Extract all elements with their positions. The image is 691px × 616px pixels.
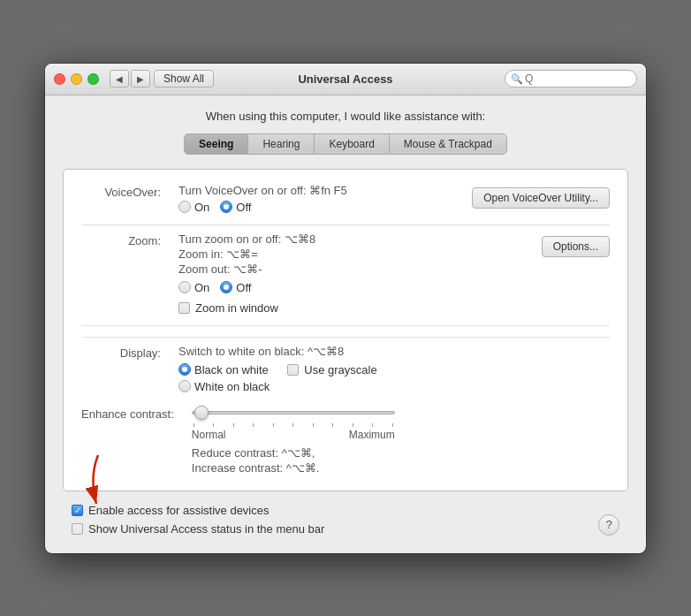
enhance-label: Enhance contrast: — [81, 406, 174, 421]
show-status-row: Show Universal Access status in the menu… — [72, 522, 619, 536]
content-area: When using this computer, I would like a… — [45, 95, 646, 553]
zoom-off-radio-inner — [224, 285, 229, 290]
slider-ticks — [192, 423, 395, 427]
tab-group: Seeing Hearing Keyboard Mouse & Trackpad — [184, 133, 507, 155]
tick-2 — [233, 423, 234, 427]
voiceover-on-radio[interactable] — [178, 201, 191, 213]
tick-5 — [292, 423, 293, 427]
tick-3 — [253, 423, 254, 427]
search-box[interactable]: 🔍 — [505, 70, 637, 87]
contrast-shortcuts: Reduce contrast: ^⌥⌘, Increase contrast:… — [192, 446, 610, 475]
enhance-section: Enhance contrast: — [81, 406, 610, 476]
show-status-checkbox[interactable] — [72, 523, 83, 535]
display-radio-white-on-black[interactable]: White on black — [178, 380, 270, 393]
tick-0 — [194, 423, 194, 427]
zoom-off-label: Off — [236, 281, 251, 294]
voiceover-utility-button[interactable]: Open VoiceOver Utility... — [472, 187, 610, 209]
zoom-off-radio[interactable] — [220, 281, 232, 293]
voiceover-section: VoiceOver: Turn VoiceOver on or off: ⌘fn… — [81, 184, 610, 214]
back-button[interactable]: ◀ — [110, 70, 129, 87]
nav-buttons: ◀ ▶ — [110, 70, 150, 87]
window-title: Universal Access — [298, 72, 392, 86]
tick-1 — [213, 423, 214, 427]
voiceover-radio-on[interactable]: On — [178, 201, 209, 214]
zoom-in-window-checkbox[interactable] — [178, 302, 190, 314]
enable-assistive-label: Enable access for assistive devices — [88, 504, 269, 517]
display-radio-black-on-white[interactable]: Black on white — [178, 363, 270, 376]
zoom-label: Zoom: — [81, 232, 161, 247]
display-section: Display: Switch to white on black: ^⌥⌘8 … — [81, 337, 610, 399]
contrast-slider-thumb[interactable] — [194, 406, 209, 420]
tick-9 — [372, 423, 373, 427]
white-on-black-radio[interactable] — [178, 380, 191, 392]
voiceover-off-radio-inner — [224, 204, 229, 209]
slider-labels: Normal Maximum — [192, 429, 395, 441]
zoom-shortcut: Turn zoom on or off: ⌥⌘8 — [178, 232, 533, 246]
search-icon: 🔍 — [511, 73, 523, 85]
voiceover-shortcut: Turn VoiceOver on or off: ⌘fn F5 — [178, 184, 347, 197]
search-input[interactable] — [525, 72, 631, 85]
zoom-section: Zoom: Turn zoom on or off: ⌥⌘8 Zoom in: … — [81, 232, 610, 326]
tick-10 — [392, 423, 393, 427]
maximize-button[interactable] — [87, 73, 99, 85]
enhance-right: Normal Maximum Reduce contrast: ^⌥⌘, Inc… — [192, 406, 610, 476]
show-status-label: Show Universal Access status in the menu… — [88, 522, 324, 536]
tab-mouse[interactable]: Mouse & Trackpad — [390, 134, 506, 154]
zoom-out-shortcut: Zoom out: ⌥⌘- — [178, 262, 533, 276]
normal-label: Normal — [192, 429, 226, 441]
contrast-slider-bg — [192, 411, 395, 414]
zoom-left-controls: Turn zoom on or off: ⌥⌘8 Zoom in: ⌥⌘= Zo… — [178, 232, 533, 315]
white-on-black-label: White on black — [194, 380, 270, 393]
tab-keyboard[interactable]: Keyboard — [315, 134, 389, 154]
enable-assistive-checkbox[interactable]: ✓ — [72, 505, 83, 516]
voiceover-off-label: Off — [236, 201, 251, 214]
maximum-label: Maximum — [349, 429, 395, 441]
display-radio-group: Black on white White on black — [178, 363, 270, 393]
top-label: When using this computer, I would like a… — [63, 110, 628, 123]
grayscale-checkbox[interactable] — [287, 364, 299, 376]
tab-hearing[interactable]: Hearing — [248, 134, 315, 154]
grayscale-label: Use grayscale — [304, 363, 376, 376]
titlebar: ◀ ▶ Show All Universal Access 🔍 — [45, 64, 646, 95]
voiceover-on-label: On — [194, 201, 209, 214]
tick-6 — [313, 423, 314, 427]
divider-1 — [81, 224, 610, 225]
voiceover-radio-off[interactable]: Off — [220, 201, 251, 214]
zoom-in-window-row: Zoom in window — [178, 301, 533, 315]
reduce-contrast-shortcut: Reduce contrast: ^⌥⌘, — [192, 446, 610, 460]
zoom-right: Turn zoom on or off: ⌥⌘8 Zoom in: ⌥⌘= Zo… — [178, 232, 610, 315]
close-button[interactable] — [54, 73, 65, 85]
zoom-in-window-label: Zoom in window — [195, 301, 278, 315]
voiceover-off-radio[interactable] — [220, 201, 232, 213]
zoom-in-shortcut: Zoom in: ⌥⌘= — [178, 247, 533, 261]
forward-button[interactable]: ▶ — [131, 70, 150, 87]
voiceover-left: Turn VoiceOver on or off: ⌘fn F5 On Off — [178, 184, 347, 214]
black-on-white-label: Black on white — [194, 363, 269, 376]
zoom-on-radio[interactable] — [178, 281, 191, 293]
zoom-options-button[interactable]: Options... — [542, 236, 610, 257]
zoom-radio-off[interactable]: Off — [220, 281, 251, 294]
tab-seeing[interactable]: Seeing — [185, 134, 248, 154]
tabs-container: Seeing Hearing Keyboard Mouse & Trackpad — [63, 133, 628, 155]
tick-8 — [353, 423, 353, 427]
black-on-white-radio[interactable] — [178, 363, 191, 376]
display-right: Switch to white on black: ^⌥⌘8 Black on … — [178, 345, 610, 399]
voiceover-label: VoiceOver: — [81, 184, 161, 199]
display-label: Display: — [81, 345, 161, 360]
enable-assistive-row: ✓ Enable access for assistive devices — [72, 504, 619, 517]
zoom-radio-on[interactable]: On — [178, 281, 209, 294]
minimize-button[interactable] — [71, 73, 82, 85]
black-on-white-radio-inner — [182, 367, 187, 372]
help-button[interactable]: ? — [598, 514, 619, 536]
voiceover-radio-group: On Off — [178, 201, 347, 214]
traffic-lights — [54, 73, 99, 85]
bottom-area: ✓ Enable access for assistive devices Sh… — [63, 504, 628, 536]
show-all-button[interactable]: Show All — [154, 70, 214, 87]
contrast-slider-track[interactable] — [192, 406, 610, 420]
tick-4 — [273, 423, 274, 427]
settings-panel: VoiceOver: Turn VoiceOver on or off: ⌘fn… — [63, 169, 628, 491]
display-shortcut: Switch to white on black: ^⌥⌘8 — [178, 345, 610, 358]
grayscale-row: Use grayscale — [287, 363, 376, 376]
increase-contrast-shortcut: Increase contrast: ^⌥⌘. — [192, 461, 610, 475]
zoom-on-label: On — [194, 281, 209, 294]
